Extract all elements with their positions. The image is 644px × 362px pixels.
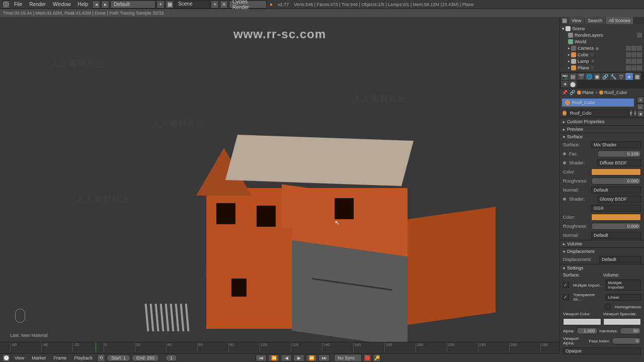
fwd-icon[interactable]: ▸ xyxy=(101,1,109,9)
surface-shader-dropdown[interactable]: Mix Shader xyxy=(591,141,641,148)
shader2-dropdown[interactable]: Glossy BSDF xyxy=(597,196,641,203)
scene-del-icon[interactable]: ✕ xyxy=(220,1,228,9)
outliner-tab-all[interactable]: All Scenes xyxy=(606,17,633,24)
render-icon[interactable] xyxy=(637,65,642,70)
fac-slider[interactable]: 0.108 xyxy=(597,150,641,157)
tl-menu-frame[interactable]: Frame xyxy=(50,354,69,361)
passindex-input[interactable]: 0 xyxy=(612,337,641,344)
outliner-renderlayers[interactable]: RenderLayers xyxy=(560,32,644,38)
bc-object[interactable]: Plane xyxy=(577,90,594,95)
slot-add-button[interactable]: + xyxy=(637,97,644,103)
vp-spec-picker[interactable] xyxy=(603,318,641,325)
interp-dropdown[interactable]: Linear xyxy=(606,294,641,301)
alpha-slider[interactable]: 1.000 xyxy=(577,327,598,334)
back-icon[interactable]: ◂ xyxy=(92,1,100,9)
render-icon[interactable] xyxy=(637,46,642,51)
panel-custom-props[interactable]: ▸Custom Properties xyxy=(560,118,644,125)
panel-surface[interactable]: ▾Surface xyxy=(560,133,644,140)
timeline-ruler[interactable]: -60-40-200204060801001201401601802002202… xyxy=(0,342,559,351)
outliner-editor-icon[interactable]: ▤ xyxy=(561,17,568,24)
layout-add-icon[interactable]: + xyxy=(156,1,165,9)
panel-volume[interactable]: ▸Volume xyxy=(560,240,644,247)
eye-icon[interactable] xyxy=(626,52,631,57)
transparent-check[interactable]: ✓ xyxy=(563,294,569,300)
new-material-button[interactable]: + xyxy=(633,110,637,117)
slot-remove-button[interactable]: − xyxy=(637,104,644,110)
scene-name-input[interactable]: Scene xyxy=(175,1,210,9)
distribution-dropdown[interactable]: GGX xyxy=(591,205,641,212)
material-name-input[interactable] xyxy=(568,110,629,117)
play-button[interactable]: ▶ xyxy=(293,354,304,361)
hardness-slider[interactable]: 50 xyxy=(620,327,641,334)
color2-picker[interactable] xyxy=(591,214,641,221)
menu-file[interactable]: File xyxy=(11,1,25,8)
autokey-icon[interactable]: 🔴 xyxy=(363,354,371,362)
prop-tab-scene-icon[interactable]: 🎬 xyxy=(577,73,585,80)
prop-tab-modifier-icon[interactable]: 🔧 xyxy=(609,73,617,80)
browse-material-icon[interactable] xyxy=(562,110,567,117)
sel-icon[interactable] xyxy=(631,65,636,70)
timeline-area[interactable]: -60-40-200204060801001201401601802002202… xyxy=(0,342,559,353)
multi-import-dropdown[interactable]: Multiple Importan xyxy=(606,280,641,291)
material-slot[interactable]: Roof_Color xyxy=(562,99,634,107)
multi-import-check1[interactable]: ✓ xyxy=(563,282,569,288)
timeline-playhead[interactable] xyxy=(96,342,96,351)
menu-window[interactable]: Window xyxy=(50,1,74,8)
color1-picker[interactable] xyxy=(591,168,641,175)
slot-menu-button[interactable]: ▾ xyxy=(637,111,644,117)
keyframe-next-button[interactable]: ⏩ xyxy=(306,354,317,361)
layout-dropdown[interactable]: Default xyxy=(110,1,155,9)
outliner-world[interactable]: World xyxy=(560,38,644,45)
panel-settings[interactable]: ▾Settings xyxy=(560,264,644,272)
render-engine-dropdown[interactable]: Cycles Render xyxy=(229,1,267,9)
outliner-tab-view[interactable]: View xyxy=(569,17,584,24)
tl-menu-marker[interactable]: Marker xyxy=(29,354,49,361)
prop-tab-render-icon[interactable]: 📷 xyxy=(561,73,569,80)
3d-viewport[interactable]: www.rr-sc.com 人人素材社区 人人素材社区 人人素材社区 人人素材社… xyxy=(0,17,559,353)
outliner-cube[interactable]: ▸Cube ▽ xyxy=(560,51,644,58)
scene-browse-icon[interactable]: ▦ xyxy=(166,1,174,9)
prop-tab-constraint-icon[interactable]: 🔗 xyxy=(601,73,609,80)
keying-set-icon[interactable]: 🔑 xyxy=(373,354,381,362)
start-frame-input[interactable]: Start: 1 xyxy=(107,354,130,361)
current-frame-input[interactable]: 1 xyxy=(166,354,177,361)
displacement-dropdown[interactable]: Default xyxy=(599,256,641,263)
render-icon[interactable] xyxy=(637,52,642,57)
prop-tab-particle-icon[interactable]: ✦ xyxy=(561,80,569,87)
prop-tab-world-icon[interactable]: 🌐 xyxy=(585,73,593,80)
prop-tab-object-icon[interactable]: ▣ xyxy=(593,73,601,80)
panel-displacement[interactable]: ▾Displacement xyxy=(560,248,644,255)
outliner-tab-search[interactable]: Search xyxy=(585,17,605,24)
play-reverse-button[interactable]: ◀ xyxy=(281,354,292,361)
homogeneous-check[interactable] xyxy=(605,304,611,310)
jump-end-button[interactable]: ⏭ xyxy=(318,354,330,361)
timeline-editor-icon[interactable]: 🕐 xyxy=(2,354,10,362)
outliner-scene[interactable]: ▾Scene xyxy=(560,25,644,32)
roughness2-slider[interactable]: 0.000 xyxy=(591,223,641,230)
end-frame-input[interactable]: End: 250 xyxy=(132,354,159,361)
prop-tab-material-icon[interactable]: ● xyxy=(625,73,633,80)
normal1-dropdown[interactable]: Default xyxy=(591,187,641,194)
panel-preview[interactable]: ▸Preview xyxy=(560,126,644,133)
restrict-icon[interactable] xyxy=(637,33,642,38)
scene-add-icon[interactable]: + xyxy=(211,1,219,9)
eye-icon[interactable] xyxy=(626,65,631,70)
menu-help[interactable]: Help xyxy=(75,1,92,8)
normal2-dropdown[interactable]: Default xyxy=(591,232,641,239)
prop-tab-layers-icon[interactable]: ▤ xyxy=(569,73,577,80)
sync-mode-dropdown[interactable]: No Sync xyxy=(334,354,362,362)
pin-icon[interactable]: 📌 xyxy=(562,90,568,95)
shader1-dropdown[interactable]: Diffuse BSDF xyxy=(597,159,641,166)
sel-icon[interactable] xyxy=(631,59,636,64)
jump-start-button[interactable]: ⏮ xyxy=(256,354,267,361)
render-icon[interactable] xyxy=(637,59,642,64)
tl-menu-view[interactable]: View xyxy=(12,354,27,361)
sel-icon[interactable] xyxy=(631,46,636,51)
outliner-lamp[interactable]: ▸Lamp ☀ xyxy=(560,58,644,64)
keyframe-prev-button[interactable]: ⏪ xyxy=(268,354,279,361)
roughness1-slider[interactable]: 0.000 xyxy=(591,177,641,185)
prop-tab-texture-icon[interactable]: ▦ xyxy=(633,73,641,80)
menu-render[interactable]: Render xyxy=(26,1,49,8)
info-editor-icon[interactable]: ⓘ xyxy=(2,1,10,9)
fake-user-button[interactable]: F xyxy=(629,110,633,117)
